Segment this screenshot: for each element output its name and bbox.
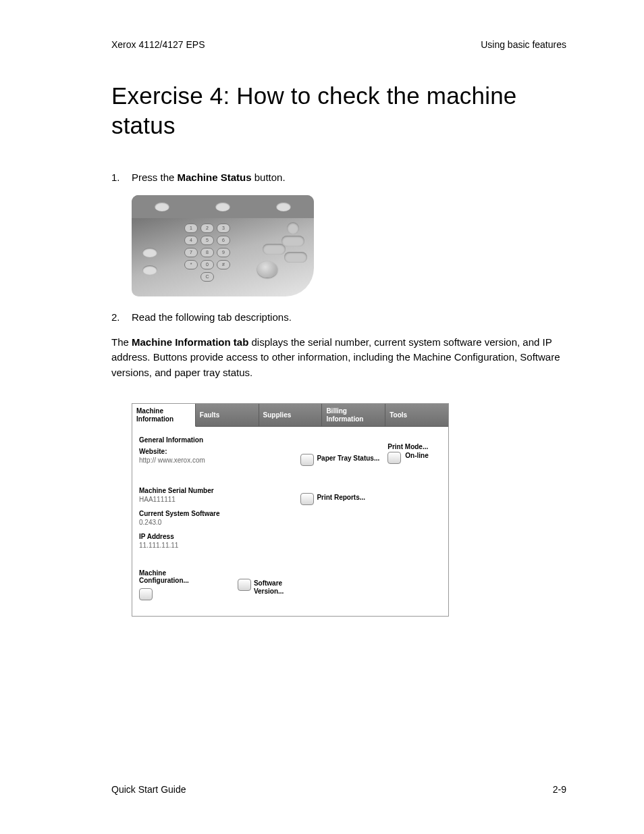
print-mode-button[interactable] (387, 452, 401, 464)
button-icon (139, 588, 153, 600)
key-6: 6 (217, 236, 230, 245)
header-left: Xerox 4112/4127 EPS (111, 39, 205, 50)
ip-address-value: 11.111.11.11 (139, 542, 294, 549)
step-text: Press the Machine Status button. (132, 170, 286, 184)
button-icon (387, 452, 401, 464)
key-4: 4 (184, 236, 198, 245)
paper-tray-status-label: Paper Tray Status... (317, 454, 379, 463)
tab-bar: Machine Information Faults Supplies Bill… (132, 404, 448, 427)
description-paragraph: The Machine Information tab displays the… (111, 335, 566, 381)
header-right: Using basic features (481, 39, 566, 50)
general-information-title: General Information (139, 436, 294, 444)
key-8: 8 (200, 248, 214, 257)
system-software-value: 0.243.0 (139, 519, 294, 526)
footer-left: Quick Start Guide (111, 784, 186, 795)
print-mode-section: Print Mode... On-line (387, 443, 428, 464)
tab-supplies[interactable]: Supplies (259, 404, 323, 427)
serial-number-value: HAA111111 (139, 496, 294, 503)
software-version-label: Software Version... (254, 579, 294, 595)
key-0: 0 (200, 260, 214, 269)
key-hash: # (217, 260, 230, 269)
system-software-label: Current System Software (139, 510, 294, 517)
indicator-lamp (276, 202, 291, 211)
footer-page-number: 2-9 (553, 784, 566, 795)
machine-configuration-label: Machine Configuration... (139, 569, 197, 584)
step-number: 1. (111, 170, 132, 184)
button-icon (238, 579, 251, 591)
step-text-post: button. (252, 172, 286, 183)
key-star: * (184, 260, 198, 269)
key-3: 3 (217, 224, 230, 233)
step-text: Read the following tab descriptions. (132, 310, 292, 324)
software-version-button[interactable]: Software Version... (238, 579, 294, 595)
para-bold: Machine Information tab (132, 336, 248, 348)
print-mode-label: Print Mode... (387, 443, 428, 450)
indicator-lamp (215, 202, 230, 211)
step-number: 2. (111, 310, 132, 324)
tab-machine-information[interactable]: Machine Information (132, 404, 196, 427)
step-text-bold: Machine Status (178, 172, 252, 183)
website-label: Website: (139, 448, 294, 455)
button-icon (300, 493, 314, 505)
serial-number-label: Machine Serial Number (139, 487, 294, 494)
ip-address-label: IP Address (139, 533, 294, 540)
indicator-lamp (155, 202, 169, 211)
oval-button (281, 236, 304, 246)
key-1: 1 (184, 224, 198, 233)
page-title: Exercise 4: How to check the machine sta… (111, 81, 566, 140)
website-value: http:// www.xerox.com (139, 457, 294, 464)
machine-configuration-button[interactable] (139, 588, 197, 600)
control-panel-illustration: 1 2 3 4 5 6 7 8 9 * 0 # C (132, 195, 566, 296)
step-text-pre: Press the (132, 172, 178, 183)
button-icon (300, 454, 314, 466)
para-pre: The (111, 336, 132, 348)
side-button (142, 265, 157, 275)
paper-tray-status-button[interactable]: Paper Tray Status... (300, 454, 379, 466)
key-9: 9 (217, 248, 230, 257)
print-reports-button[interactable]: Print Reports... (300, 493, 441, 505)
oval-button (263, 244, 286, 255)
machine-status-screenshot: Machine Information Faults Supplies Bill… (132, 403, 566, 617)
round-button (287, 222, 299, 234)
tab-tools[interactable]: Tools (385, 404, 448, 427)
print-mode-value: On-line (405, 452, 428, 459)
key-7: 7 (184, 248, 198, 257)
key-2: 2 (200, 224, 214, 233)
key-clear: C (200, 272, 214, 282)
tab-billing-information[interactable]: Billing Information (322, 404, 385, 427)
start-button (257, 261, 277, 278)
numeric-keypad: 1 2 3 4 5 6 7 8 9 * 0 # C (184, 224, 230, 282)
key-5: 5 (200, 236, 214, 245)
step-1: 1. Press the Machine Status button. (111, 170, 566, 184)
side-button (142, 248, 157, 257)
oval-button (284, 252, 307, 263)
step-2: 2. Read the following tab descriptions. (111, 310, 566, 324)
tab-faults[interactable]: Faults (196, 404, 259, 427)
print-reports-label: Print Reports... (317, 493, 365, 502)
